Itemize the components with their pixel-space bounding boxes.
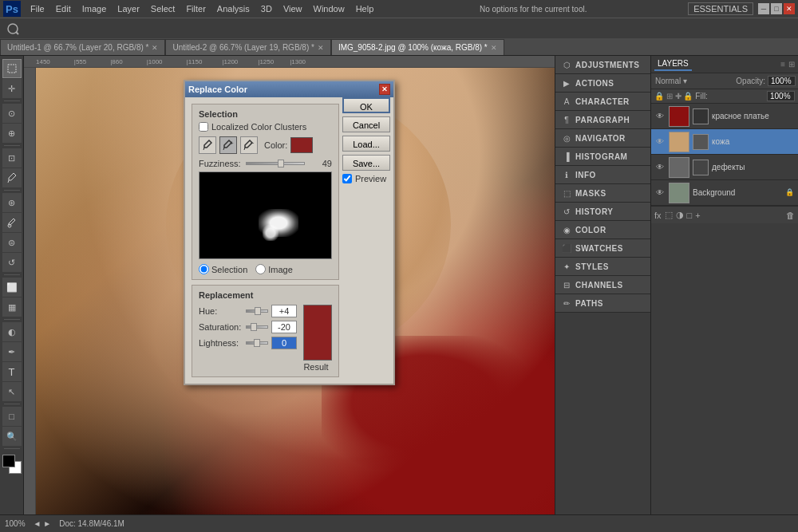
minimize-button[interactable]: ─ bbox=[758, 3, 769, 14]
color-header[interactable]: ◉ COLOR bbox=[555, 221, 650, 238]
adjustments-header[interactable]: ⬡ ADJUSTMENTS bbox=[555, 56, 650, 73]
menu-analysis[interactable]: Analysis bbox=[212, 2, 255, 15]
tool-shape[interactable]: □ bbox=[2, 407, 22, 426]
layer-row-defects[interactable]: 👁 дефекты bbox=[651, 155, 798, 180]
lightness-slider-thumb[interactable] bbox=[254, 339, 260, 347]
history-header[interactable]: ↺ HISTORY bbox=[555, 203, 650, 220]
save-button[interactable]: Save... bbox=[342, 155, 390, 171]
tool-marquee[interactable] bbox=[2, 59, 22, 78]
fx-button[interactable]: fx bbox=[654, 211, 662, 220]
tab-close-icon[interactable]: ✕ bbox=[491, 44, 497, 52]
eyedropper-button[interactable] bbox=[199, 136, 216, 154]
menu-view[interactable]: View bbox=[279, 2, 307, 15]
maximize-button[interactable]: □ bbox=[771, 3, 782, 14]
load-button[interactable]: Load... bbox=[342, 136, 390, 152]
fuzziness-slider-thumb[interactable] bbox=[278, 160, 284, 167]
tool-move[interactable]: ✛ bbox=[2, 79, 22, 98]
layer-visibility-icon[interactable]: 👁 bbox=[654, 111, 666, 122]
layer-row-background[interactable]: 👁 Background 🔒 bbox=[651, 180, 798, 206]
tool-eraser[interactable]: ⬜ bbox=[2, 278, 22, 297]
foreground-color-swatch[interactable] bbox=[2, 455, 15, 467]
replace-color-dialog[interactable]: Replace Color ✕ OK Cancel Load... Save..… bbox=[184, 80, 395, 385]
tool-heal[interactable]: ⊛ bbox=[2, 193, 22, 212]
tool-crop[interactable]: ⊡ bbox=[2, 148, 22, 167]
tool-zoom[interactable]: 🔍 bbox=[2, 427, 22, 446]
hue-slider-thumb[interactable] bbox=[255, 307, 261, 315]
tab-close-icon[interactable]: ✕ bbox=[318, 44, 324, 52]
menu-layer[interactable]: Layer bbox=[113, 2, 144, 15]
cancel-button[interactable]: Cancel bbox=[342, 116, 390, 132]
saturation-slider[interactable] bbox=[246, 325, 268, 329]
menu-select[interactable]: Select bbox=[146, 2, 180, 15]
tool-brush[interactable] bbox=[2, 213, 22, 232]
tool-text[interactable]: T bbox=[2, 362, 22, 381]
essentials-button[interactable]: ESSENTIALS bbox=[688, 2, 753, 15]
fuzziness-slider-track[interactable] bbox=[246, 162, 305, 165]
preview-label[interactable]: Preview bbox=[355, 174, 386, 183]
fill-value[interactable]: 100% bbox=[767, 91, 795, 101]
layer-row-skin[interactable]: 👁 кожа bbox=[651, 129, 798, 155]
swatches-header[interactable]: ⬛ SWATCHES bbox=[555, 239, 650, 257]
delete-layer-button[interactable]: 🗑 bbox=[786, 211, 795, 220]
tool-dodge[interactable]: ◐ bbox=[2, 322, 22, 341]
tab-untitled1[interactable]: Untitled-1 @ 66.7% (Layer 20, RGB/8) * ✕ bbox=[0, 39, 165, 55]
radio-image-label[interactable]: Image bbox=[255, 264, 293, 274]
info-header[interactable]: ℹ INFO bbox=[555, 166, 650, 183]
layer-visibility-icon[interactable]: 👁 bbox=[654, 187, 666, 199]
color-swatch[interactable] bbox=[290, 137, 313, 153]
menu-filter[interactable]: Filter bbox=[181, 2, 210, 15]
new-layer-group-button[interactable]: □ bbox=[687, 211, 693, 220]
tool-pen[interactable]: ✒ bbox=[2, 342, 22, 361]
opacity-value[interactable]: 100% bbox=[768, 76, 796, 86]
styles-header[interactable]: ✦ STYLES bbox=[555, 258, 650, 275]
result-color-swatch[interactable] bbox=[303, 305, 332, 361]
tab-untitled2[interactable]: Untitled-2 @ 66.7% (Layer 19, RGB/8) * ✕ bbox=[165, 39, 330, 55]
tool-history-brush[interactable]: ↺ bbox=[2, 253, 22, 272]
panel-expand-icon[interactable]: ⊞ bbox=[788, 60, 795, 69]
channels-header[interactable]: ⊟ CHANNELS bbox=[555, 276, 650, 294]
tool-eyedropper[interactable] bbox=[2, 168, 22, 187]
menu-image[interactable]: Image bbox=[77, 2, 112, 15]
tab-img9058[interactable]: IMG_9058-2.jpg @ 100% (кожа, RGB/8) * ✕ bbox=[331, 39, 504, 55]
radio-selection-label[interactable]: Selection bbox=[199, 264, 247, 274]
radio-selection[interactable] bbox=[199, 264, 209, 274]
paragraph-header[interactable]: ¶ PARAGRAPH bbox=[555, 111, 650, 128]
panel-menu-icon[interactable]: ≡ bbox=[780, 60, 785, 69]
layer-visibility-icon[interactable]: 👁 bbox=[654, 136, 666, 148]
tool-clone[interactable]: ⊜ bbox=[2, 233, 22, 252]
ok-button[interactable]: OK bbox=[342, 97, 390, 113]
navigator-header[interactable]: ◎ NAVIGATOR bbox=[555, 129, 650, 147]
menu-3d[interactable]: 3D bbox=[256, 2, 277, 15]
hue-slider[interactable] bbox=[246, 309, 268, 313]
fg-bg-color-swatches[interactable] bbox=[2, 455, 22, 474]
preview-checkbox[interactable] bbox=[342, 174, 352, 183]
menu-edit[interactable]: Edit bbox=[51, 2, 76, 15]
eyedropper-add-button[interactable]: + bbox=[219, 136, 237, 154]
menu-help[interactable]: Help bbox=[351, 2, 379, 15]
normal-blend-label[interactable]: Normal ▾ bbox=[654, 76, 689, 86]
add-layer-mask-button[interactable]: ⬚ bbox=[665, 210, 673, 220]
menu-file[interactable]: File bbox=[26, 2, 49, 15]
masks-header[interactable]: ⬚ MASKS bbox=[555, 184, 650, 202]
dialog-close-button[interactable]: ✕ bbox=[379, 84, 390, 95]
paths-header[interactable]: ✏ PATHS bbox=[555, 294, 650, 312]
saturation-slider-thumb[interactable] bbox=[251, 323, 257, 331]
new-adjustment-layer-button[interactable]: ◑ bbox=[676, 210, 684, 220]
new-layer-button[interactable]: + bbox=[695, 211, 700, 220]
tool-path-select[interactable]: ↖ bbox=[2, 382, 22, 401]
layer-row-red-dress[interactable]: 👁 красное платье bbox=[651, 104, 798, 129]
tab-close-icon[interactable]: ✕ bbox=[152, 44, 158, 52]
tool-quickselect[interactable]: ⊕ bbox=[2, 124, 22, 143]
menu-window[interactable]: Window bbox=[309, 2, 350, 15]
layer-visibility-icon[interactable]: 👁 bbox=[654, 162, 666, 173]
radio-image[interactable] bbox=[255, 264, 266, 274]
lightness-slider[interactable] bbox=[246, 341, 268, 345]
tool-lasso[interactable]: ⊙ bbox=[2, 104, 22, 123]
localized-clusters-checkbox[interactable] bbox=[199, 122, 208, 132]
close-button[interactable]: ✕ bbox=[784, 3, 795, 14]
histogram-header[interactable]: ▐ HISTOGRAM bbox=[555, 148, 650, 165]
actions-header[interactable]: ▶ ACTIONS bbox=[555, 74, 650, 92]
tool-gradient[interactable]: ▦ bbox=[2, 298, 22, 317]
character-header[interactable]: A CHARACTER bbox=[555, 93, 650, 110]
layers-tab[interactable]: LAYERS bbox=[654, 57, 692, 71]
